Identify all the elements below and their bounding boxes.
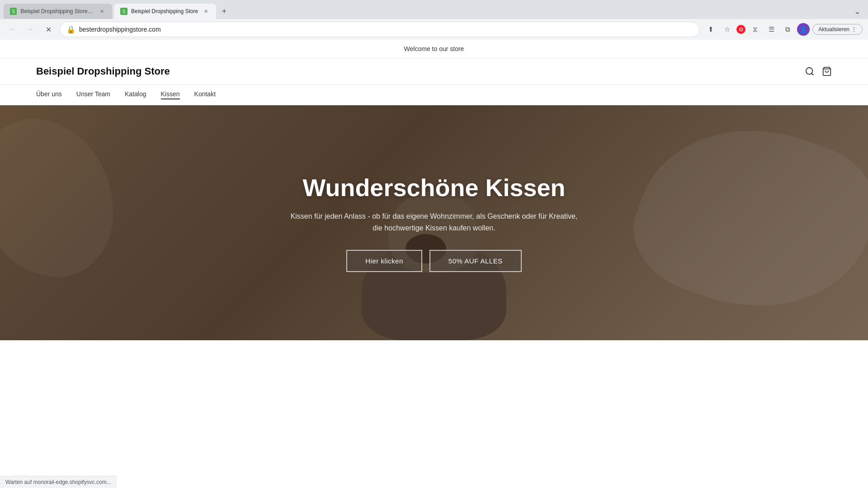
nav-unser-team[interactable]: Unser Team bbox=[76, 90, 110, 99]
bookmark-button[interactable]: ☆ bbox=[720, 23, 734, 36]
header-icons bbox=[805, 66, 832, 76]
hero-subtitle: Kissen für jeden Anlass - ob für das eig… bbox=[285, 211, 583, 234]
svg-point-0 bbox=[806, 68, 813, 75]
browser-chrome: S Beispiel Dropshipping Store · ... ✕ S … bbox=[0, 0, 868, 40]
address-bar: ← → ✕ 🔒 besterdropshippingstore.com ⬆ ☆ … bbox=[0, 19, 868, 40]
hero-btn-2[interactable]: 50% AUF ALLES bbox=[429, 250, 522, 272]
nav-kontakt[interactable]: Kontakt bbox=[194, 90, 216, 99]
site-wrapper: Welcome to our store Beispiel Dropshippi… bbox=[0, 40, 868, 340]
svg-line-1 bbox=[811, 73, 813, 75]
menu-button[interactable]: ☰ bbox=[764, 23, 778, 36]
tab-label-1: Beispiel Dropshipping Store · ... bbox=[20, 8, 94, 14]
announcement-bar: Welcome to our store bbox=[0, 40, 868, 58]
new-tab-button[interactable]: + bbox=[218, 5, 231, 18]
hero-btn-1[interactable]: Hier klicken bbox=[346, 250, 422, 272]
hero-title: Wunderschöne Kissen bbox=[285, 174, 583, 202]
site-nav: Über uns Unser Team Katalog Kissen Konta… bbox=[0, 85, 868, 105]
status-bar: Warten auf monorail-edge.shopifysvc.com.… bbox=[0, 476, 117, 488]
browser-actions: ⬆ ☆ O ⧖ ☰ ⧉ 👤 Aktualisieren ⋮ bbox=[704, 23, 863, 36]
tab-bar: S Beispiel Dropshipping Store · ... ✕ S … bbox=[0, 0, 868, 19]
site-logo[interactable]: Beispiel Dropshipping Store bbox=[36, 66, 805, 77]
lock-icon: 🔒 bbox=[66, 25, 75, 34]
update-button[interactable]: Aktualisieren ⋮ bbox=[812, 24, 863, 35]
hero-section: Wunderschöne Kissen Kissen für jeden Anl… bbox=[0, 105, 868, 340]
hero-buttons: Hier klicken 50% AUF ALLES bbox=[285, 250, 583, 272]
nav-katalog[interactable]: Katalog bbox=[125, 90, 146, 99]
update-menu-icon: ⋮ bbox=[851, 26, 857, 33]
nav-kissen[interactable]: Kissen bbox=[161, 90, 180, 99]
browser-tab-2[interactable]: S Beispiel Dropshipping Store ✕ bbox=[114, 4, 216, 19]
announcement-text: Welcome to our store bbox=[404, 45, 464, 52]
tab-bar-dropdown[interactable]: ⌄ bbox=[854, 6, 864, 16]
update-label: Aktualisieren bbox=[818, 26, 849, 33]
search-button[interactable] bbox=[805, 66, 815, 76]
split-button[interactable]: ⧉ bbox=[781, 23, 794, 36]
tab-close-2[interactable]: ✕ bbox=[202, 7, 210, 15]
tab-favicon-2: S bbox=[120, 8, 127, 15]
profile-button[interactable]: 👤 bbox=[797, 23, 810, 36]
share-button[interactable]: ⬆ bbox=[704, 23, 717, 36]
forward-button[interactable]: → bbox=[24, 23, 37, 36]
tab-close-1[interactable]: ✕ bbox=[98, 7, 106, 15]
url-bar[interactable]: 🔒 besterdropshippingstore.com bbox=[60, 22, 699, 37]
cart-button[interactable] bbox=[822, 66, 832, 76]
extensions-button[interactable]: ⧖ bbox=[748, 23, 762, 36]
opera-icon[interactable]: O bbox=[736, 25, 745, 34]
stop-button[interactable]: ✕ bbox=[42, 23, 55, 36]
url-text: besterdropshippingstore.com bbox=[79, 26, 693, 33]
nav-uber-uns[interactable]: Über uns bbox=[36, 90, 62, 99]
back-button[interactable]: ← bbox=[5, 23, 19, 36]
hero-content: Wunderschöne Kissen Kissen für jeden Anl… bbox=[276, 164, 592, 281]
status-text: Warten auf monorail-edge.shopifysvc.com.… bbox=[5, 479, 111, 485]
site-header: Beispiel Dropshipping Store bbox=[0, 58, 868, 85]
browser-tab-1[interactable]: S Beispiel Dropshipping Store · ... ✕ bbox=[4, 4, 112, 19]
tab-favicon-1: S bbox=[10, 8, 17, 15]
tab-label-2: Beispiel Dropshipping Store bbox=[131, 8, 198, 14]
